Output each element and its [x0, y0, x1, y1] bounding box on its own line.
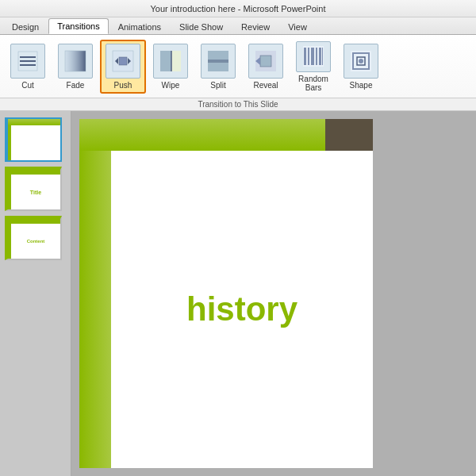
fade-icon — [58, 44, 93, 79]
transition-wipe[interactable]: Wipe — [148, 40, 194, 94]
slide-green-left — [79, 151, 111, 468]
svg-rect-22 — [308, 48, 309, 65]
slide-panel: Title Content — [0, 111, 71, 476]
tab-transitions[interactable]: Transitions — [48, 18, 108, 34]
transition-randombars[interactable]: Random Bars — [290, 40, 336, 94]
svg-rect-6 — [119, 57, 127, 65]
slide-thumb-2[interactable]: Title — [5, 167, 62, 211]
slide-history-text: history — [186, 290, 298, 328]
slide-green-top — [79, 119, 325, 151]
transition-split[interactable]: Split — [195, 40, 241, 94]
push-label: Push — [114, 81, 132, 90]
transition-reveal[interactable]: Reveal — [243, 40, 289, 94]
transition-label-text: Transition to This Slide — [198, 100, 278, 109]
reveal-icon — [248, 44, 283, 79]
wipe-icon — [153, 44, 188, 79]
svg-rect-24 — [316, 48, 317, 65]
svg-point-30 — [359, 59, 363, 63]
shape-label: Shape — [350, 81, 373, 90]
split-icon — [201, 44, 236, 79]
slide-canvas: history — [71, 111, 476, 476]
ribbon: Cut Fade — [0, 35, 476, 98]
title-text: Your introduction here - Microsoft Power… — [151, 4, 326, 13]
slide-thumb-3[interactable]: Content — [5, 216, 62, 260]
svg-rect-13 — [208, 51, 228, 61]
tab-slideshow[interactable]: Slide Show — [171, 18, 232, 34]
svg-rect-23 — [311, 48, 314, 65]
transition-cut[interactable]: Cut — [5, 40, 51, 94]
slide-thumb-1[interactable] — [5, 117, 62, 162]
slide-white-area: history — [111, 151, 373, 468]
slide-container: history — [79, 119, 373, 468]
transition-fade[interactable]: Fade — [52, 40, 98, 94]
svg-rect-10 — [160, 51, 171, 71]
svg-rect-25 — [319, 48, 321, 65]
main-area: Title Content history — [0, 111, 476, 476]
fade-label: Fade — [67, 81, 85, 90]
wipe-label: Wipe — [162, 81, 180, 90]
shape-icon — [344, 44, 378, 79]
tab-animations[interactable]: Animations — [109, 18, 170, 34]
tab-design[interactable]: Design — [3, 18, 48, 34]
tab-review[interactable]: Review — [232, 18, 278, 34]
svg-rect-18 — [260, 56, 271, 67]
randombars-label: Random Bars — [292, 75, 335, 92]
title-bar: Your introduction here - Microsoft Power… — [0, 0, 476, 17]
tab-view[interactable]: View — [279, 18, 316, 34]
push-icon — [106, 44, 140, 79]
randombars-icon — [296, 41, 331, 72]
reveal-label: Reveal — [253, 81, 278, 90]
cut-label: Cut — [21, 81, 34, 90]
transition-push[interactable]: Push — [100, 40, 146, 94]
cut-icon — [10, 44, 45, 79]
svg-rect-4 — [65, 51, 86, 71]
ribbon-tabs: Design Transitions Animations Slide Show… — [0, 17, 476, 35]
svg-rect-21 — [304, 48, 306, 65]
transition-shape[interactable]: Shape — [338, 40, 384, 94]
svg-rect-14 — [208, 61, 228, 71]
transition-section-label: Transition to This Slide — [0, 98, 476, 111]
split-label: Split — [210, 81, 225, 90]
svg-rect-26 — [322, 48, 323, 65]
